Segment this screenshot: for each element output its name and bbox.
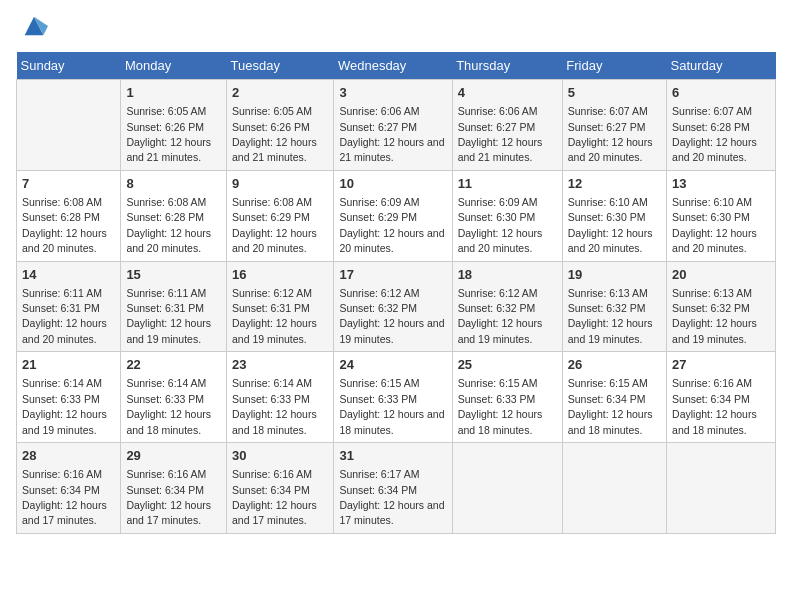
day-header-sunday: Sunday: [17, 52, 121, 80]
day-sunset: Sunset: 6:28 PM: [22, 211, 100, 223]
day-sunrise: Sunrise: 6:11 AM: [22, 287, 102, 299]
day-number: 7: [22, 175, 115, 193]
logo-icon: [20, 12, 48, 40]
day-sunset: Sunset: 6:27 PM: [339, 121, 417, 133]
calendar-cell: 3Sunrise: 6:06 AMSunset: 6:27 PMDaylight…: [334, 80, 452, 171]
day-header-thursday: Thursday: [452, 52, 562, 80]
day-number: 25: [458, 356, 557, 374]
day-sunset: Sunset: 6:30 PM: [458, 211, 536, 223]
day-sunrise: Sunrise: 6:11 AM: [126, 287, 206, 299]
calendar-cell: 21Sunrise: 6:14 AMSunset: 6:33 PMDayligh…: [17, 352, 121, 443]
day-number: 15: [126, 266, 221, 284]
day-daylight: Daylight: 12 hours and 17 minutes.: [232, 499, 317, 526]
day-sunrise: Sunrise: 6:13 AM: [568, 287, 648, 299]
day-sunrise: Sunrise: 6:12 AM: [458, 287, 538, 299]
day-daylight: Daylight: 12 hours and 19 minutes.: [232, 317, 317, 344]
calendar-cell: 14Sunrise: 6:11 AMSunset: 6:31 PMDayligh…: [17, 261, 121, 352]
day-number: 27: [672, 356, 770, 374]
day-daylight: Daylight: 12 hours and 18 minutes.: [458, 408, 543, 435]
day-header-monday: Monday: [121, 52, 227, 80]
calendar-cell: 25Sunrise: 6:15 AMSunset: 6:33 PMDayligh…: [452, 352, 562, 443]
day-sunrise: Sunrise: 6:08 AM: [22, 196, 102, 208]
day-daylight: Daylight: 12 hours and 21 minutes.: [458, 136, 543, 163]
day-sunset: Sunset: 6:34 PM: [568, 393, 646, 405]
calendar-cell: 15Sunrise: 6:11 AMSunset: 6:31 PMDayligh…: [121, 261, 227, 352]
day-number: 13: [672, 175, 770, 193]
day-sunrise: Sunrise: 6:14 AM: [232, 377, 312, 389]
day-number: 19: [568, 266, 661, 284]
day-daylight: Daylight: 12 hours and 21 minutes.: [339, 136, 444, 163]
page-header: [16, 16, 776, 40]
calendar-cell: 18Sunrise: 6:12 AMSunset: 6:32 PMDayligh…: [452, 261, 562, 352]
day-sunset: Sunset: 6:34 PM: [672, 393, 750, 405]
day-sunset: Sunset: 6:30 PM: [672, 211, 750, 223]
day-sunset: Sunset: 6:31 PM: [22, 302, 100, 314]
day-sunset: Sunset: 6:34 PM: [126, 484, 204, 496]
day-sunset: Sunset: 6:30 PM: [568, 211, 646, 223]
day-number: 16: [232, 266, 328, 284]
day-daylight: Daylight: 12 hours and 20 minutes.: [232, 227, 317, 254]
day-number: 10: [339, 175, 446, 193]
day-sunrise: Sunrise: 6:06 AM: [458, 105, 538, 117]
day-sunset: Sunset: 6:29 PM: [339, 211, 417, 223]
calendar-cell: 23Sunrise: 6:14 AMSunset: 6:33 PMDayligh…: [227, 352, 334, 443]
day-number: 22: [126, 356, 221, 374]
calendar-cell: 24Sunrise: 6:15 AMSunset: 6:33 PMDayligh…: [334, 352, 452, 443]
day-sunrise: Sunrise: 6:16 AM: [672, 377, 752, 389]
calendar-cell: 31Sunrise: 6:17 AMSunset: 6:34 PMDayligh…: [334, 443, 452, 534]
day-daylight: Daylight: 12 hours and 17 minutes.: [126, 499, 211, 526]
day-sunrise: Sunrise: 6:16 AM: [232, 468, 312, 480]
day-sunrise: Sunrise: 6:12 AM: [232, 287, 312, 299]
day-daylight: Daylight: 12 hours and 19 minutes.: [339, 317, 444, 344]
day-daylight: Daylight: 12 hours and 19 minutes.: [126, 317, 211, 344]
week-row-3: 14Sunrise: 6:11 AMSunset: 6:31 PMDayligh…: [17, 261, 776, 352]
calendar-cell: [562, 443, 666, 534]
day-sunset: Sunset: 6:27 PM: [568, 121, 646, 133]
day-number: 8: [126, 175, 221, 193]
day-daylight: Daylight: 12 hours and 20 minutes.: [339, 227, 444, 254]
day-daylight: Daylight: 12 hours and 19 minutes.: [458, 317, 543, 344]
day-number: 3: [339, 84, 446, 102]
day-number: 26: [568, 356, 661, 374]
day-daylight: Daylight: 12 hours and 19 minutes.: [22, 408, 107, 435]
day-sunset: Sunset: 6:33 PM: [232, 393, 310, 405]
day-sunrise: Sunrise: 6:12 AM: [339, 287, 419, 299]
day-number: 20: [672, 266, 770, 284]
day-daylight: Daylight: 12 hours and 21 minutes.: [126, 136, 211, 163]
day-number: 18: [458, 266, 557, 284]
day-sunrise: Sunrise: 6:10 AM: [568, 196, 648, 208]
day-sunrise: Sunrise: 6:07 AM: [672, 105, 752, 117]
calendar-cell: 1Sunrise: 6:05 AMSunset: 6:26 PMDaylight…: [121, 80, 227, 171]
day-sunrise: Sunrise: 6:05 AM: [232, 105, 312, 117]
day-sunset: Sunset: 6:32 PM: [339, 302, 417, 314]
day-daylight: Daylight: 12 hours and 18 minutes.: [672, 408, 757, 435]
calendar-cell: 5Sunrise: 6:07 AMSunset: 6:27 PMDaylight…: [562, 80, 666, 171]
day-number: 30: [232, 447, 328, 465]
day-daylight: Daylight: 12 hours and 20 minutes.: [458, 227, 543, 254]
day-sunrise: Sunrise: 6:15 AM: [568, 377, 648, 389]
day-sunset: Sunset: 6:32 PM: [672, 302, 750, 314]
day-sunset: Sunset: 6:28 PM: [672, 121, 750, 133]
day-header-tuesday: Tuesday: [227, 52, 334, 80]
calendar-cell: 12Sunrise: 6:10 AMSunset: 6:30 PMDayligh…: [562, 170, 666, 261]
calendar-cell: 17Sunrise: 6:12 AMSunset: 6:32 PMDayligh…: [334, 261, 452, 352]
calendar-cell: [667, 443, 776, 534]
calendar-cell: 11Sunrise: 6:09 AMSunset: 6:30 PMDayligh…: [452, 170, 562, 261]
day-sunrise: Sunrise: 6:09 AM: [339, 196, 419, 208]
day-daylight: Daylight: 12 hours and 19 minutes.: [568, 317, 653, 344]
day-sunrise: Sunrise: 6:16 AM: [22, 468, 102, 480]
day-sunset: Sunset: 6:32 PM: [568, 302, 646, 314]
calendar-cell: [17, 80, 121, 171]
calendar-cell: 26Sunrise: 6:15 AMSunset: 6:34 PMDayligh…: [562, 352, 666, 443]
day-sunset: Sunset: 6:31 PM: [232, 302, 310, 314]
day-sunset: Sunset: 6:31 PM: [126, 302, 204, 314]
day-sunrise: Sunrise: 6:14 AM: [126, 377, 206, 389]
day-number: 17: [339, 266, 446, 284]
day-sunset: Sunset: 6:27 PM: [458, 121, 536, 133]
day-number: 4: [458, 84, 557, 102]
week-row-2: 7Sunrise: 6:08 AMSunset: 6:28 PMDaylight…: [17, 170, 776, 261]
day-daylight: Daylight: 12 hours and 20 minutes.: [672, 227, 757, 254]
calendar-cell: 27Sunrise: 6:16 AMSunset: 6:34 PMDayligh…: [667, 352, 776, 443]
day-sunset: Sunset: 6:34 PM: [22, 484, 100, 496]
calendar-cell: 20Sunrise: 6:13 AMSunset: 6:32 PMDayligh…: [667, 261, 776, 352]
